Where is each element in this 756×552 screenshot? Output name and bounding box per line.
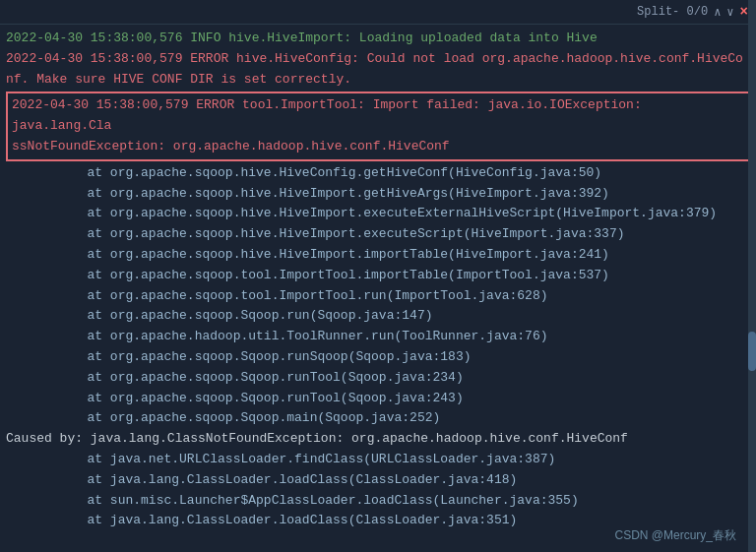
stack-line-5: at org.apache.sqoop.hive.HiveImport.impo…	[6, 245, 750, 266]
caused-stack-1: at java.net.URLClassLoader.findClass(URL…	[6, 450, 750, 470]
terminal-content: 2022-04-30 15:38:00,576 INFO hive.HiveIm…	[0, 25, 756, 535]
highlighted-error-block: 2022-04-30 15:38:00,579 ERROR tool.Impor…	[6, 92, 750, 160]
stack-line-1: at org.apache.sqoop.hive.HiveConfig.getH…	[6, 163, 750, 184]
stack-line-7: at org.apache.sqoop.tool.ImportTool.run(…	[6, 286, 750, 307]
stack-line-9: at org.apache.hadoop.util.ToolRunner.run…	[6, 327, 750, 347]
stack-line-13: at org.apache.sqoop.Sqoop.main(Sqoop.jav…	[6, 408, 750, 429]
top-bar-controls: Split- 0/0 ∧ ∨ ×	[637, 4, 748, 20]
caused-by-line: Caused by: java.lang.ClassNotFoundExcept…	[6, 429, 750, 450]
log-line-1: 2022-04-30 15:38:00,576 INFO hive.HiveIm…	[6, 29, 750, 49]
stack-line-11: at org.apache.sqoop.Sqoop.runTool(Sqoop.…	[6, 368, 750, 389]
arrow-up-icon[interactable]: ∧	[714, 5, 721, 20]
scrollbar-thumb[interactable]	[748, 332, 756, 371]
highlighted-error-text: 2022-04-30 15:38:00,579 ERROR tool.Impor…	[12, 95, 744, 156]
close-button[interactable]: ×	[740, 4, 748, 20]
caused-stack-2: at java.lang.ClassLoader.loadClass(Class…	[6, 470, 750, 491]
stack-line-2: at org.apache.sqoop.hive.HiveImport.getH…	[6, 184, 750, 205]
arrow-down-icon[interactable]: ∨	[726, 5, 733, 20]
watermark: CSDN @Mercury_春秋	[614, 527, 736, 544]
log-line-2: 2022-04-30 15:38:00,579 ERROR hive.HiveC…	[6, 49, 750, 70]
log-line-3: nf. Make sure HIVE CONF DIR is set corre…	[6, 70, 750, 91]
terminal-window: Split- 0/0 ∧ ∨ × 2022-04-30 15:38:00,576…	[0, 0, 756, 552]
stack-line-4: at org.apache.sqoop.hive.HiveImport.exec…	[6, 224, 750, 245]
stack-line-3: at org.apache.sqoop.hive.HiveImport.exec…	[6, 204, 750, 224]
stack-line-6: at org.apache.sqoop.tool.ImportTool.impo…	[6, 266, 750, 286]
caused-stack-3: at sun.misc.Launcher$AppClassLoader.load…	[6, 491, 750, 512]
split-indicator: Split- 0/0	[637, 5, 708, 19]
stack-line-8: at org.apache.sqoop.Sqoop.run(Sqoop.java…	[6, 306, 750, 327]
top-bar: Split- 0/0 ∧ ∨ ×	[0, 0, 756, 25]
scrollbar[interactable]	[748, 0, 756, 552]
stack-line-12: at org.apache.sqoop.Sqoop.runTool(Sqoop.…	[6, 389, 750, 409]
stack-line-10: at org.apache.sqoop.Sqoop.runSqoop(Sqoop…	[6, 347, 750, 368]
